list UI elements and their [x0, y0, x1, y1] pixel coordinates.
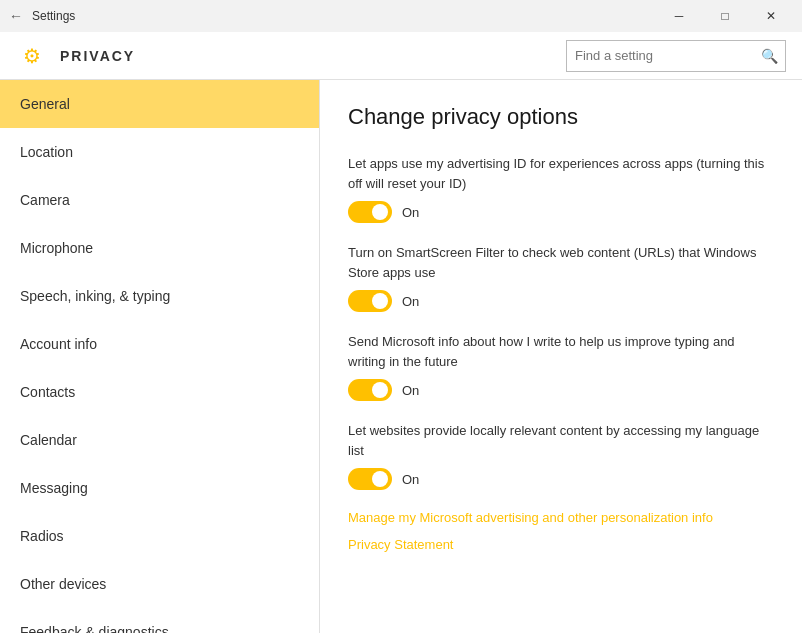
setting-language: Let websites provide locally relevant co…	[348, 421, 774, 490]
toggle-track-smartscreen	[348, 290, 392, 312]
sidebar: GeneralLocationCameraMicrophoneSpeech, i…	[0, 80, 320, 633]
sidebar-item-speech[interactable]: Speech, inking, & typing	[0, 272, 319, 320]
sidebar-item-radios[interactable]: Radios	[0, 512, 319, 560]
sidebar-item-microphone[interactable]: Microphone	[0, 224, 319, 272]
search-input[interactable]	[567, 41, 753, 71]
setting-desc-typing-info: Send Microsoft info about how I write to…	[348, 332, 774, 371]
setting-desc-smartscreen: Turn on SmartScreen Filter to check web …	[348, 243, 774, 282]
title-bar-controls: ─ □ ✕	[656, 0, 794, 32]
toggle-track-typing-info	[348, 379, 392, 401]
search-box: 🔍	[566, 40, 786, 72]
sidebar-item-calendar[interactable]: Calendar	[0, 416, 319, 464]
setting-typing-info: Send Microsoft info about how I write to…	[348, 332, 774, 401]
toggle-language[interactable]	[348, 468, 392, 490]
toggle-track-ad-id	[348, 201, 392, 223]
sidebar-item-feedback[interactable]: Feedback & diagnostics	[0, 608, 319, 633]
content-area: Change privacy options Let apps use my a…	[320, 80, 802, 633]
toggle-label-typing-info: On	[402, 383, 419, 398]
back-icon[interactable]: ←	[8, 8, 24, 24]
setting-smartscreen: Turn on SmartScreen Filter to check web …	[348, 243, 774, 312]
setting-desc-ad-id: Let apps use my advertising ID for exper…	[348, 154, 774, 193]
title-bar-title: Settings	[32, 9, 75, 23]
close-button[interactable]: ✕	[748, 0, 794, 32]
title-bar-left: ← Settings	[8, 8, 656, 24]
sidebar-item-other[interactable]: Other devices	[0, 560, 319, 608]
sidebar-item-camera[interactable]: Camera	[0, 176, 319, 224]
search-button[interactable]: 🔍	[753, 41, 785, 71]
setting-desc-language: Let websites provide locally relevant co…	[348, 421, 774, 460]
toggle-smartscreen[interactable]	[348, 290, 392, 312]
maximize-button[interactable]: □	[702, 0, 748, 32]
sidebar-item-account[interactable]: Account info	[0, 320, 319, 368]
toggle-label-language: On	[402, 472, 419, 487]
minimize-button[interactable]: ─	[656, 0, 702, 32]
link-privacy-statement[interactable]: Privacy Statement	[348, 537, 774, 552]
setting-ad-id: Let apps use my advertising ID for exper…	[348, 154, 774, 223]
toggle-row-language: On	[348, 468, 774, 490]
sidebar-item-location[interactable]: Location	[0, 128, 319, 176]
sidebar-item-messaging[interactable]: Messaging	[0, 464, 319, 512]
header-bar: ⚙ PRIVACY 🔍	[0, 32, 802, 80]
toggle-row-typing-info: On	[348, 379, 774, 401]
toggle-thumb-typing-info	[372, 382, 388, 398]
settings-gear-icon: ⚙	[16, 40, 48, 72]
toggle-label-smartscreen: On	[402, 294, 419, 309]
sidebar-item-general[interactable]: General	[0, 80, 319, 128]
sidebar-item-contacts[interactable]: Contacts	[0, 368, 319, 416]
toggle-thumb-smartscreen	[372, 293, 388, 309]
toggle-typing-info[interactable]	[348, 379, 392, 401]
link-manage-advertising[interactable]: Manage my Microsoft advertising and othe…	[348, 510, 774, 525]
toggle-thumb-ad-id	[372, 204, 388, 220]
app-title: PRIVACY	[60, 48, 566, 64]
toggle-ad-id[interactable]	[348, 201, 392, 223]
toggle-label-ad-id: On	[402, 205, 419, 220]
main-layout: GeneralLocationCameraMicrophoneSpeech, i…	[0, 80, 802, 633]
toggle-track-language	[348, 468, 392, 490]
toggle-row-ad-id: On	[348, 201, 774, 223]
title-bar: ← Settings ─ □ ✕	[0, 0, 802, 32]
toggle-row-smartscreen: On	[348, 290, 774, 312]
page-title: Change privacy options	[348, 104, 774, 130]
toggle-thumb-language	[372, 471, 388, 487]
